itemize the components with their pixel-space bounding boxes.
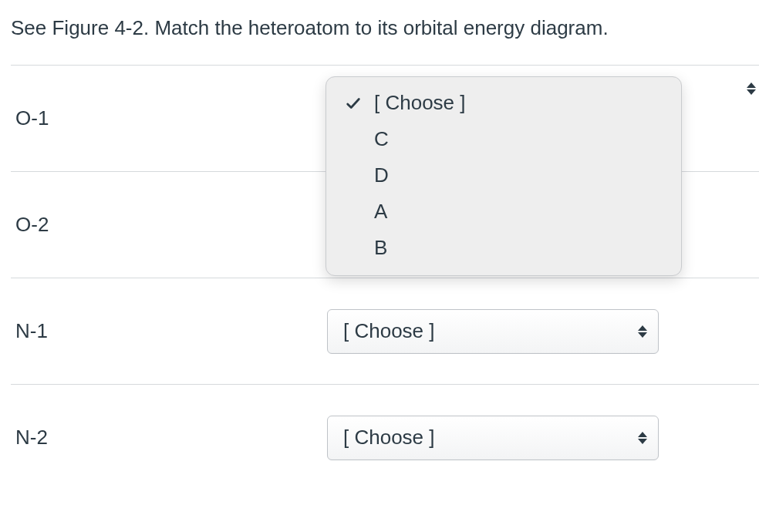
match-label: O-1 <box>11 106 327 130</box>
select-n2[interactable]: [ Choose ] <box>327 416 659 460</box>
match-label: N-2 <box>11 426 327 450</box>
option-label: D <box>374 163 666 187</box>
dropdown-option-a[interactable]: A <box>326 194 681 230</box>
option-label: A <box>374 200 666 224</box>
select-n1[interactable]: [ Choose ] <box>327 309 659 354</box>
question-text: See Figure 4-2. Match the heteroatom to … <box>11 14 759 42</box>
match-control: [ Choose ] <box>327 416 759 460</box>
updown-icon <box>638 325 647 338</box>
dropdown-option-d[interactable]: D <box>326 157 681 194</box>
match-table: O-1 [ Choose ] C D <box>11 65 759 490</box>
select-caret-peek <box>747 82 756 95</box>
select-value: [ Choose ] <box>343 319 435 343</box>
option-label: [ Choose ] <box>374 91 666 115</box>
match-control: [ Choose ] <box>327 309 759 354</box>
match-row-o1: O-1 [ Choose ] C D <box>11 65 759 171</box>
dropdown-menu[interactable]: [ Choose ] C D A B <box>326 76 682 276</box>
select-value: [ Choose ] <box>343 426 435 450</box>
option-label: B <box>374 236 666 260</box>
updown-icon <box>638 432 647 444</box>
match-row-n1: N-1 [ Choose ] <box>11 278 759 384</box>
match-label: N-1 <box>11 319 327 343</box>
match-label: O-2 <box>11 213 327 237</box>
option-label: C <box>374 127 666 151</box>
match-row-n2: N-2 [ Choose ] <box>11 384 759 490</box>
dropdown-option-choose[interactable]: [ Choose ] <box>326 85 681 121</box>
dropdown-option-c[interactable]: C <box>326 121 681 157</box>
dropdown-option-b[interactable]: B <box>326 230 681 266</box>
check-icon <box>343 95 363 112</box>
